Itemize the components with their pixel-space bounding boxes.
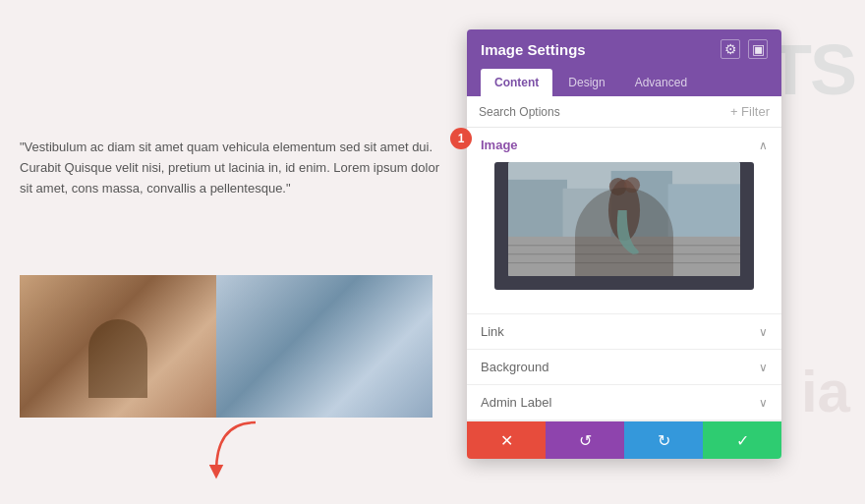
section-background-chevron: ∨ — [759, 361, 768, 374]
redo-button[interactable]: ↻ — [624, 421, 703, 459]
layout-icon[interactable]: ▣ — [748, 39, 768, 59]
filter-button[interactable]: + Filter — [730, 104, 770, 119]
section-admin-label-title: Admin Label — [481, 395, 551, 410]
undo-button[interactable]: ↺ — [546, 421, 624, 459]
section-link-header[interactable]: Link ∨ — [467, 314, 781, 349]
panel-body: Image ∧ — [467, 128, 781, 420]
cancel-button[interactable]: ✕ — [467, 421, 546, 459]
section-background-header[interactable]: Background ∨ — [467, 350, 781, 384]
filter-label: + Filter — [730, 104, 770, 119]
page-body-text: "Vestibulum ac diam sit amet quam vehicu… — [20, 138, 442, 198]
section-admin-label-chevron: ∨ — [759, 396, 768, 410]
section-link-title: Link — [481, 324, 504, 339]
search-bar: + Filter — [467, 96, 781, 128]
svg-point-10 — [608, 180, 640, 241]
section-image: Image ∧ — [467, 128, 781, 314]
image-settings-panel: Image Settings ⚙ ▣ Content Design Advanc… — [467, 29, 781, 459]
svg-point-12 — [624, 177, 640, 193]
page-image-2 — [216, 275, 432, 418]
settings-icon[interactable]: ⚙ — [721, 39, 740, 59]
panel-header-icons: ⚙ ▣ — [721, 39, 768, 59]
section-admin-label: Admin Label ∨ — [467, 385, 781, 420]
svg-rect-6 — [508, 237, 740, 276]
section-background-title: Background — [481, 360, 548, 374]
save-button[interactable]: ✓ — [703, 421, 781, 459]
tab-design[interactable]: Design — [554, 69, 618, 96]
section-link: Link ∨ — [467, 314, 781, 350]
bg-decorative-ia: ia — [801, 358, 850, 425]
section-badge: 1 — [450, 128, 472, 149]
tab-content[interactable]: Content — [481, 69, 552, 96]
image-preview-wrapper — [467, 162, 781, 313]
page-image-1 — [20, 275, 216, 418]
image-preview-area — [494, 162, 754, 290]
arrow-svg — [197, 413, 275, 491]
tab-advanced[interactable]: Advanced — [621, 69, 701, 96]
panel-title: Image Settings — [481, 41, 586, 58]
panel-tabs: Content Design Advanced — [467, 69, 781, 96]
search-input[interactable] — [479, 105, 724, 119]
section-image-header[interactable]: Image ∧ — [467, 128, 781, 162]
section-link-chevron: ∨ — [759, 325, 768, 339]
section-background: Background ∨ — [467, 350, 781, 385]
svg-point-11 — [609, 178, 627, 196]
arrow-indicator — [197, 413, 275, 495]
panel-footer: ✕ ↺ ↻ ✓ — [467, 420, 781, 459]
page-images-row — [20, 275, 442, 422]
section-image-title: Image — [481, 138, 518, 152]
preview-svg — [508, 162, 740, 276]
panel-header: Image Settings ⚙ ▣ — [467, 29, 781, 69]
section-image-chevron: ∧ — [759, 139, 768, 152]
couple-image-preview — [508, 162, 740, 276]
section-admin-label-header[interactable]: Admin Label ∨ — [467, 385, 781, 420]
